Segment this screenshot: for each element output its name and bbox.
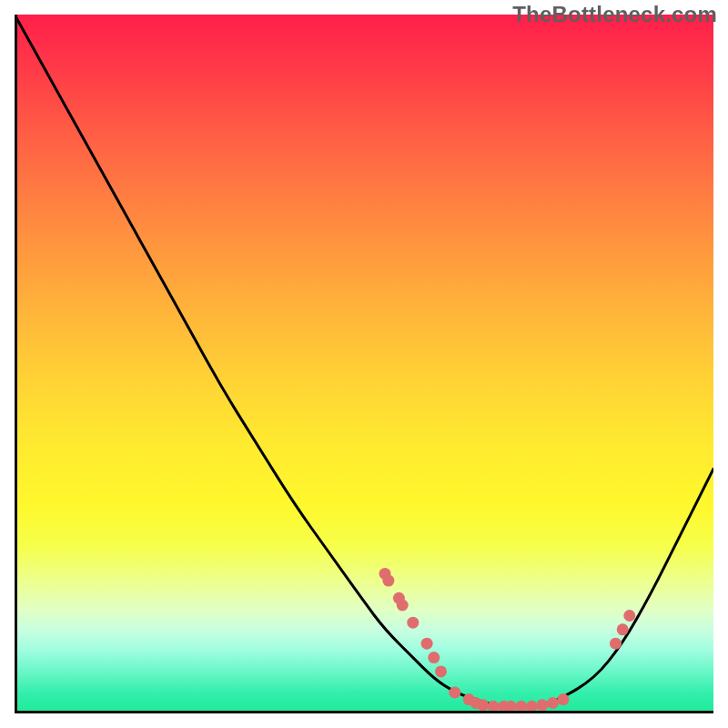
chart-container: TheBottleneck.com bbox=[0, 0, 728, 728]
watermark-text: TheBottleneck.com bbox=[512, 2, 717, 27]
axes-frame bbox=[15, 15, 713, 713]
